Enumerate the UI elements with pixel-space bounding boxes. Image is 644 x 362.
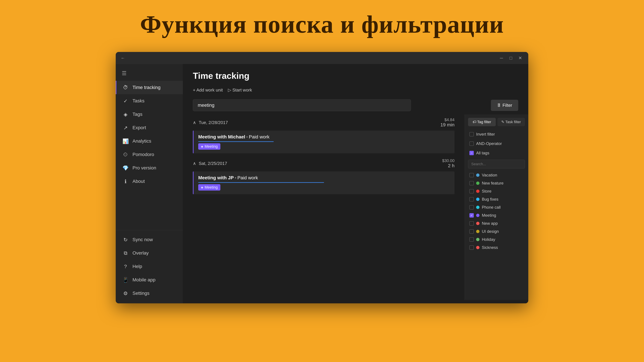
tag-option-3[interactable]: Bug fixes bbox=[468, 195, 525, 203]
tag-option-6[interactable]: New app bbox=[468, 219, 525, 227]
tag-checkbox-8[interactable] bbox=[470, 237, 474, 242]
tag-option-5[interactable]: ✓ Meeting bbox=[468, 211, 525, 219]
sidebar-item-about[interactable]: ℹ About bbox=[116, 175, 183, 188]
sidebar-item-pro[interactable]: 💎 Pro version bbox=[116, 161, 183, 175]
tag-checkbox-0[interactable] bbox=[470, 173, 474, 177]
tag-checkbox-3[interactable] bbox=[470, 197, 474, 201]
filter-panel: 🏷 Tag filter ✎ Task filter Invert filter… bbox=[464, 114, 528, 300]
all-tags-option[interactable]: − All tags bbox=[468, 149, 525, 157]
all-tags-checkbox[interactable]: − bbox=[470, 151, 474, 155]
tag-option-9[interactable]: Sickness bbox=[468, 244, 525, 252]
sidebar-item-mobile[interactable]: 📱 Mobile app bbox=[116, 273, 183, 287]
progress-bar-container bbox=[198, 141, 450, 142]
entries-area: ∧ Tue, 2/28/2017 $4.84 19 min Meeting wi… bbox=[183, 114, 528, 303]
tag-dot-9 bbox=[476, 246, 480, 249]
entry-tag[interactable]: ◈ Meeting bbox=[198, 143, 220, 150]
date-text: Sat, 2/25/2017 bbox=[199, 161, 227, 166]
sidebar-item-pomodoro[interactable]: ⏲ Pomodoro bbox=[116, 148, 183, 161]
tag-name-1: New feature bbox=[482, 181, 504, 186]
tag-name-3: Bug fixes bbox=[482, 197, 498, 202]
date-header-0[interactable]: ∧ Tue, 2/28/2017 $4.84 19 min bbox=[193, 114, 454, 131]
tag-option-0[interactable]: Vacation bbox=[468, 171, 525, 179]
sync-icon: ↻ bbox=[122, 237, 128, 243]
sidebar-item-tasks[interactable]: ✓ Tasks bbox=[116, 94, 183, 108]
tag-checkbox-9[interactable] bbox=[470, 245, 474, 250]
sidebar-item-help[interactable]: ? Help bbox=[116, 260, 183, 273]
collapse-icon: ∧ bbox=[193, 120, 196, 125]
entry-title: Meeting with Michael•Paid work bbox=[198, 134, 450, 140]
tag-option-1[interactable]: New feature bbox=[468, 179, 525, 187]
filter-tabs: 🏷 Tag filter ✎ Task filter bbox=[468, 118, 525, 126]
titlebar-controls: ─ □ ✕ bbox=[498, 55, 523, 61]
sidebar-item-label: Pomodoro bbox=[132, 152, 154, 157]
tag-name-5: Meeting bbox=[482, 213, 496, 218]
tag-checkbox-4[interactable] bbox=[470, 205, 474, 210]
pro-icon: 💎 bbox=[122, 165, 128, 171]
and-operator-option[interactable]: AND-Operator bbox=[468, 140, 525, 148]
tag-option-8[interactable]: Holiday bbox=[468, 236, 525, 244]
sidebar-item-export[interactable]: ↗ Export bbox=[116, 121, 183, 134]
sidebar-item-label: Mobile app bbox=[132, 277, 156, 283]
tasks-icon: ✓ bbox=[122, 98, 128, 104]
tag-checkbox-7[interactable] bbox=[470, 229, 474, 234]
date-duration: 19 min bbox=[440, 122, 454, 128]
overlay-icon: ⧉ bbox=[122, 250, 128, 256]
tag-checkbox-1[interactable] bbox=[470, 181, 474, 185]
task-filter-tab[interactable]: ✎ Task filter bbox=[498, 118, 525, 126]
and-operator-label: AND-Operator bbox=[476, 141, 502, 146]
menu-button[interactable]: ☰ bbox=[116, 67, 183, 79]
filter-button[interactable]: 🎚 Filter bbox=[491, 100, 518, 111]
sidebar-item-label: Time tracking bbox=[132, 85, 160, 90]
page-title: Time tracking bbox=[193, 71, 518, 81]
tag-option-7[interactable]: UI design bbox=[468, 227, 525, 236]
tag-checkbox-6[interactable] bbox=[470, 221, 474, 226]
sidebar-bottom: ↻ Sync now ⧉ Overlay ? Help 📱 Mobile app… bbox=[116, 230, 183, 300]
tag-name-7: UI design bbox=[482, 229, 499, 234]
tag-dot-3 bbox=[476, 198, 480, 201]
entry-title: Meeting with JP•Paid work bbox=[198, 175, 450, 180]
sidebar-item-tags[interactable]: ◈ Tags bbox=[116, 108, 183, 121]
tag-search-input[interactable] bbox=[468, 160, 525, 168]
date-summary: $4.84 19 min bbox=[440, 117, 454, 128]
time-tracking-icon: ⏱ bbox=[122, 84, 128, 90]
sidebar-item-overlay[interactable]: ⧉ Overlay bbox=[116, 246, 183, 260]
entry-card-1-0[interactable]: Meeting with JP•Paid work ◈ Meeting bbox=[193, 171, 454, 194]
about-icon: ℹ bbox=[122, 178, 128, 184]
sidebar-item-analytics[interactable]: 📊 Analytics bbox=[116, 134, 183, 148]
and-operator-checkbox[interactable] bbox=[470, 141, 474, 146]
sidebar: ☰ ⏱ Time tracking ✓ Tasks ◈ Tags ↗ Expor… bbox=[116, 64, 183, 303]
minimize-button[interactable]: ─ bbox=[498, 55, 504, 61]
back-button[interactable]: ← bbox=[121, 55, 125, 61]
tag-dot-1 bbox=[476, 182, 480, 185]
tag-checkbox-2[interactable] bbox=[470, 189, 474, 193]
pomodoro-icon: ⏲ bbox=[122, 151, 128, 158]
sidebar-item-sync[interactable]: ↻ Sync now bbox=[116, 233, 183, 246]
window-body: ☰ ⏱ Time tracking ✓ Tasks ◈ Tags ↗ Expor… bbox=[116, 64, 528, 303]
entry-card-0-0[interactable]: Meeting with Michael•Paid work ◈ Meeting bbox=[193, 131, 454, 153]
close-button[interactable]: ✕ bbox=[517, 55, 523, 61]
tag-option-2[interactable]: Store bbox=[468, 187, 525, 195]
date-group-0: ∧ Tue, 2/28/2017 $4.84 19 min Meeting wi… bbox=[193, 114, 454, 153]
tag-filter-tab[interactable]: 🏷 Tag filter bbox=[468, 118, 496, 126]
entry-tag[interactable]: ◈ Meeting bbox=[198, 184, 220, 191]
invert-filter-checkbox[interactable] bbox=[470, 132, 474, 136]
add-work-unit-button[interactable]: + Add work unit bbox=[193, 86, 223, 94]
action-buttons: + Add work unit ▷ Start work bbox=[193, 86, 518, 94]
tag-option-4[interactable]: Phone call bbox=[468, 203, 525, 211]
titlebar: ← ─ □ ✕ bbox=[116, 52, 528, 64]
date-text: Tue, 2/28/2017 bbox=[199, 120, 228, 125]
maximize-button[interactable]: □ bbox=[508, 55, 514, 61]
export-icon: ↗ bbox=[122, 125, 128, 131]
start-work-button[interactable]: ▷ Start work bbox=[228, 86, 252, 94]
tag-checkbox-5[interactable]: ✓ bbox=[470, 213, 474, 218]
sidebar-item-label: Help bbox=[132, 264, 142, 269]
sidebar-item-time-tracking[interactable]: ⏱ Time tracking bbox=[116, 81, 183, 94]
invert-filter-option[interactable]: Invert filter bbox=[468, 130, 525, 138]
tag-name-2: Store bbox=[482, 189, 492, 194]
date-header-1[interactable]: ∧ Sat, 2/25/2017 $30.00 2 h bbox=[193, 155, 454, 171]
sidebar-item-settings[interactable]: ⚙ Settings bbox=[116, 287, 183, 300]
titlebar-left: ← bbox=[121, 55, 125, 61]
filter-row: 🎚 Filter bbox=[183, 99, 528, 114]
search-input[interactable] bbox=[193, 99, 411, 111]
progress-bar-container bbox=[198, 182, 450, 183]
